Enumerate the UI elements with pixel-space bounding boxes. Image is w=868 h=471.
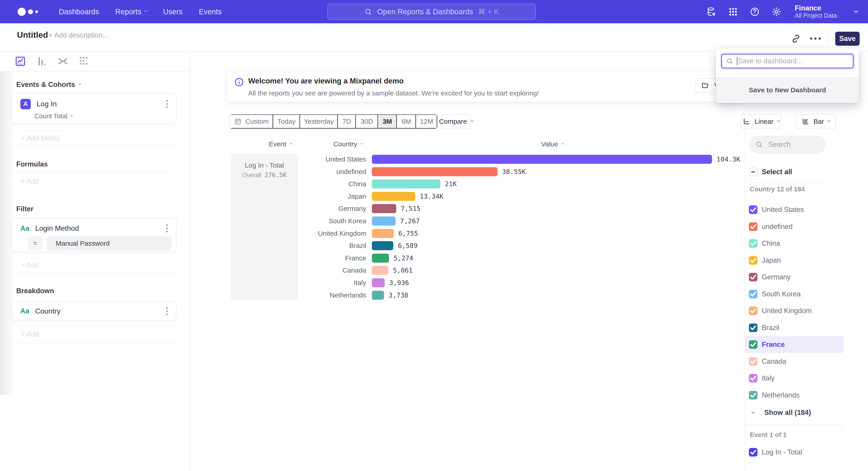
range-button-3m[interactable]: 3M: [378, 115, 397, 128]
range-button-custom[interactable]: Custom: [230, 115, 273, 128]
column-header-country[interactable]: Country: [314, 140, 382, 148]
country-row-netherlands[interactable]: Netherlands: [745, 387, 844, 404]
category-label: Japan: [226, 190, 366, 203]
show-all-button[interactable]: Show all (184): [745, 405, 844, 421]
more-options-icon[interactable]: [810, 37, 821, 39]
range-button-6m[interactable]: 6M: [397, 115, 416, 128]
bar-united-kingdom[interactable]: [372, 229, 394, 238]
add-filter-button[interactable]: + Add: [12, 258, 176, 273]
chart-row-france: France5,274: [190, 252, 745, 264]
panel-divider: [747, 182, 827, 183]
breakdown-kebab-icon[interactable]: [165, 306, 169, 317]
country-row-united-kingdom[interactable]: United Kingdom: [745, 302, 844, 319]
column-header-event[interactable]: Event: [253, 140, 307, 148]
add-formula-button[interactable]: + Add: [12, 172, 176, 190]
mixpanel-logo[interactable]: [18, 8, 49, 16]
filter-operator[interactable]: =: [28, 236, 43, 251]
report-title[interactable]: Untitled: [17, 30, 48, 40]
range-button-today[interactable]: Today: [273, 115, 300, 128]
apps-grid-icon[interactable]: [728, 6, 738, 17]
settings-gear-icon[interactable]: [771, 6, 782, 17]
help-icon[interactable]: [749, 6, 760, 17]
tab-funnels-icon[interactable]: [36, 55, 48, 67]
filter-kebab-icon[interactable]: [165, 223, 169, 234]
country-checkbox-germany[interactable]: [749, 273, 757, 282]
range-button-12m[interactable]: 12M: [416, 115, 437, 128]
range-button-yesterday[interactable]: Yesterday: [300, 115, 338, 128]
filter-property-name[interactable]: Login Method: [35, 224, 79, 233]
compare-button[interactable]: Compare: [442, 114, 471, 129]
country-row-italy[interactable]: Italy: [745, 370, 844, 387]
tab-retention-icon[interactable]: [78, 55, 90, 67]
country-row-south-korea[interactable]: South Korea: [745, 286, 844, 302]
metric-kebab-icon[interactable]: [165, 99, 169, 109]
bar-germany[interactable]: [372, 204, 396, 213]
country-checkbox-canada[interactable]: [749, 357, 757, 366]
project-switcher[interactable]: Finance All Project Data: [795, 4, 837, 19]
filter-card[interactable]: Aa Login Method = Manual Password: [12, 218, 176, 252]
chart-type-button[interactable]: Bar: [796, 114, 836, 129]
bar-china[interactable]: [372, 179, 440, 188]
event-checkbox[interactable]: [749, 448, 757, 457]
select-all-checkbox[interactable]: [749, 168, 757, 176]
nav-item-users[interactable]: Users: [163, 7, 183, 16]
bar-italy[interactable]: [372, 278, 385, 287]
breakdown-card[interactable]: Aa Country: [12, 301, 176, 321]
country-checkbox-italy[interactable]: [749, 374, 757, 383]
country-row-undefined[interactable]: undefined: [745, 218, 844, 235]
country-row-japan[interactable]: Japan: [745, 252, 844, 269]
column-header-value[interactable]: Value: [528, 140, 577, 148]
save-to-new-dashboard-button[interactable]: Save to New Dashboard: [716, 77, 859, 103]
nav-item-events[interactable]: Events: [199, 7, 222, 16]
tab-flows-icon[interactable]: [57, 55, 69, 67]
line-scale-button[interactable]: Linear: [741, 114, 781, 129]
save-button[interactable]: Save: [835, 32, 860, 46]
project-chevron-down-icon[interactable]: [855, 10, 858, 14]
bar-undefined[interactable]: [372, 167, 498, 176]
country-row-united-states[interactable]: United States: [745, 201, 844, 218]
global-search-input[interactable]: Open Reports & Dashboards ⌘ + K: [327, 4, 536, 20]
country-row-france[interactable]: France: [745, 336, 844, 353]
metric-card[interactable]: A Log In Count Total: [12, 93, 176, 124]
bar-france[interactable]: [372, 254, 389, 263]
range-button-7d[interactable]: 7D: [338, 115, 356, 128]
bar-brazil[interactable]: [372, 241, 393, 250]
country-row-brazil[interactable]: Brazil: [745, 319, 844, 336]
metric-aggregation[interactable]: Count Total: [34, 112, 176, 120]
series-search-input[interactable]: Search: [749, 136, 826, 153]
country-checkbox-united-states[interactable]: [749, 205, 757, 214]
copy-link-icon[interactable]: [791, 33, 801, 44]
country-checkbox-japan[interactable]: [749, 256, 757, 265]
events-cohorts-header[interactable]: Events & Cohorts: [16, 81, 81, 89]
metric-name[interactable]: Log In: [37, 100, 57, 108]
nav-item-reports[interactable]: Reports: [115, 7, 147, 16]
data-management-icon[interactable]: [706, 6, 717, 17]
add-description-field[interactable]: + Add description...: [49, 31, 108, 39]
bar-united-states[interactable]: [372, 155, 712, 164]
add-metric-button[interactable]: + Add Metric: [12, 130, 176, 146]
breakdown-property-name[interactable]: Country: [35, 307, 61, 315]
country-checkbox-united-kingdom[interactable]: [749, 306, 757, 315]
country-row-germany[interactable]: Germany: [745, 269, 844, 286]
country-checkbox-label: Japan: [762, 256, 781, 264]
bar-canada[interactable]: [372, 266, 388, 275]
bar-south-korea[interactable]: [372, 216, 396, 226]
bar-japan[interactable]: [372, 192, 415, 201]
filter-value[interactable]: Manual Password: [47, 236, 172, 251]
save-dashboard-search-input[interactable]: Save to dashboard...: [721, 54, 854, 68]
nav-item-dashboards[interactable]: Dashboards: [59, 7, 99, 16]
add-breakdown-button[interactable]: + Add: [12, 325, 176, 344]
country-checkbox-brazil[interactable]: [749, 324, 757, 332]
select-all-row[interactable]: Select all: [745, 164, 844, 180]
country-checkbox-netherlands[interactable]: [749, 391, 757, 400]
country-checkbox-undefined[interactable]: [749, 223, 757, 231]
country-checkbox-france[interactable]: [749, 340, 757, 349]
country-checkbox-china[interactable]: [749, 239, 757, 248]
range-button-30d[interactable]: 30D: [356, 115, 378, 128]
country-checkbox-south-korea[interactable]: [749, 290, 757, 298]
bar-netherlands[interactable]: [372, 291, 384, 300]
country-row-canada[interactable]: Canada: [745, 353, 844, 370]
event-checkbox-row[interactable]: Log In - Total: [745, 444, 844, 461]
tab-insights-icon[interactable]: [14, 55, 26, 67]
country-row-china[interactable]: China: [745, 235, 844, 252]
